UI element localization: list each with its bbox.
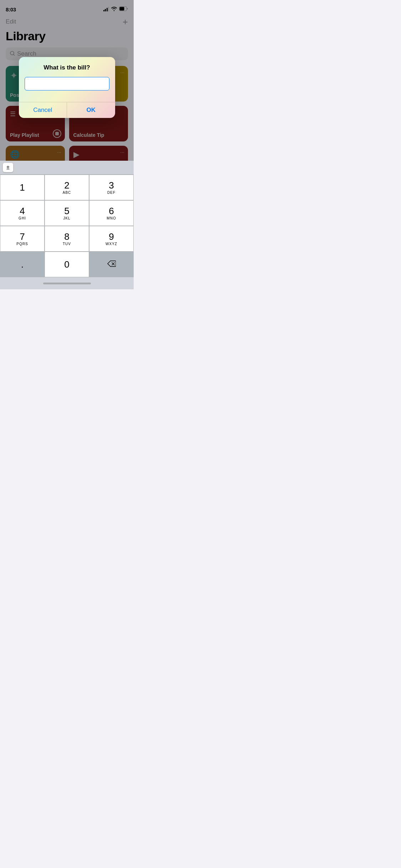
key-0[interactable]: 0: [45, 252, 89, 277]
key-9[interactable]: 9 WXYZ: [89, 226, 134, 252]
backspace-icon: [107, 260, 116, 269]
key-7[interactable]: 7 PQRS: [0, 226, 45, 252]
dialog-buttons: Cancel OK: [19, 102, 115, 118]
key-4[interactable]: 4 GHI: [0, 200, 45, 226]
dialog-body: What is the bill?: [19, 57, 115, 96]
home-indicator: [0, 277, 134, 289]
key-1[interactable]: 1: [0, 175, 45, 200]
ok-button[interactable]: OK: [67, 102, 115, 118]
key-3[interactable]: 3 DEF: [89, 175, 134, 200]
dialog-title: What is the bill?: [25, 64, 109, 71]
numpad: 1 2 ABC 3 DEF 4 GHI 5 JKL 6 MNO 7 PQRS 8: [0, 174, 134, 277]
key-8[interactable]: 8 TUV: [45, 226, 89, 252]
numeric-keyboard: ± 1 2 ABC 3 DEF 4 GHI 5 JKL 6 MNO 7: [0, 161, 134, 289]
key-period[interactable]: .: [0, 252, 45, 277]
cancel-button[interactable]: Cancel: [19, 102, 67, 118]
home-bar: [43, 283, 91, 284]
key-5[interactable]: 5 JKL: [45, 200, 89, 226]
backspace-key[interactable]: [89, 252, 134, 277]
key-6[interactable]: 6 MNO: [89, 200, 134, 226]
keyboard-top-bar: ±: [0, 161, 134, 174]
plus-minus-button[interactable]: ±: [3, 163, 13, 172]
bill-dialog: What is the bill? Cancel OK: [19, 57, 115, 118]
key-2[interactable]: 2 ABC: [45, 175, 89, 200]
bill-input[interactable]: [25, 77, 109, 91]
